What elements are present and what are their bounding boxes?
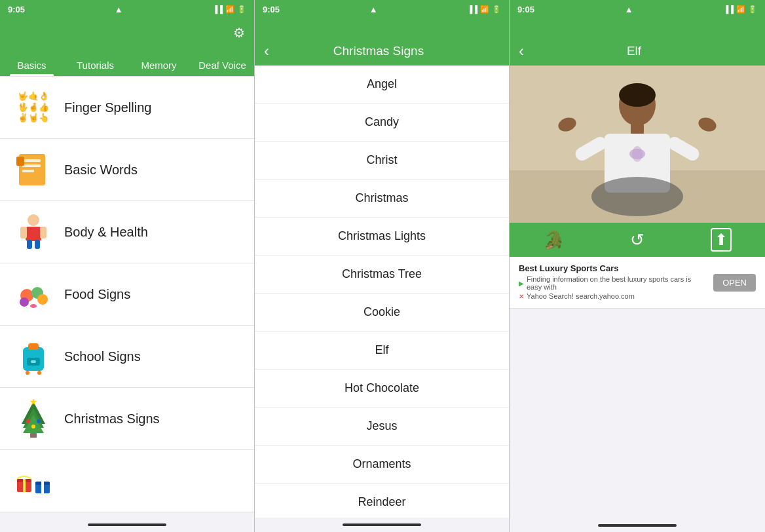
christmas-signs-label: Christmas Signs <box>64 411 160 427</box>
location-icon: ▲ <box>115 5 123 14</box>
play-icon[interactable]: 🐊 <box>543 230 564 250</box>
list-item[interactable]: Christmas Tree <box>255 256 509 294</box>
menu-item-christmas-signs[interactable]: Christmas Signs <box>0 388 254 450</box>
signal-icon-2: ▐▐ <box>467 5 477 13</box>
menu-item-school-signs[interactable]: School Signs <box>0 326 254 388</box>
svg-rect-8 <box>40 227 47 238</box>
svg-rect-26 <box>30 433 37 438</box>
svg-rect-1 <box>22 159 41 162</box>
back-button-2[interactable]: ‹ <box>264 42 269 60</box>
home-bar-2 <box>343 523 421 526</box>
svg-rect-9 <box>27 240 32 249</box>
svg-rect-3 <box>22 170 34 172</box>
status-bar-2: 9:05 ▲ ▐▐ 📶 🔋 <box>255 0 509 18</box>
ad-line-1: ▶ Finding information on the best luxury… <box>519 275 707 291</box>
open-button[interactable]: OPEN <box>713 274 756 292</box>
tab-basics[interactable]: Basics <box>0 60 64 76</box>
phone-2: 9:05 ▲ ▐▐ 📶 🔋 ‹ Christmas Signs Angel Ca… <box>255 0 510 532</box>
svg-point-5 <box>28 214 39 226</box>
triangle-icon: ▶ <box>519 280 524 287</box>
location-icon-2: ▲ <box>369 5 378 14</box>
svg-rect-20 <box>31 360 36 363</box>
ad-banner: Best Luxury Sports Cars ▶ Finding inform… <box>510 257 765 309</box>
list-item[interactable]: Jesus <box>255 408 509 446</box>
svg-rect-18 <box>28 343 39 350</box>
svg-rect-36 <box>41 482 44 493</box>
christmas-signs-icon <box>10 396 56 442</box>
school-signs-icon <box>10 333 56 379</box>
share-icon[interactable]: ⬆ <box>711 228 732 252</box>
signal-icon: ▐▐ <box>212 5 223 13</box>
list-item[interactable]: Ornaments <box>255 446 509 484</box>
menu-item-finger-spelling[interactable]: 🤟🤙👌🖖🤞👍✌️🤘👆 Finger Spelling <box>0 76 254 139</box>
menu-item-food-signs[interactable]: Food Signs <box>0 263 254 326</box>
wifi-icon-3: 📶 <box>736 5 745 14</box>
battery-icon: 🔋 <box>237 5 246 14</box>
ad-line-2-text: Yahoo Search! search.yahoo.com <box>527 292 635 300</box>
battery-icon-2: 🔋 <box>492 5 501 14</box>
x-icon: ✕ <box>519 293 524 300</box>
svg-point-49 <box>591 177 683 216</box>
svg-rect-10 <box>35 240 40 249</box>
menu-item-more[interactable] <box>0 450 254 512</box>
status-icons-3: ▐▐ 📶 🔋 <box>723 5 757 14</box>
nav-bar-3: ‹ Elf <box>510 18 765 66</box>
status-icons-2: ▐▐ 📶 🔋 <box>467 5 501 14</box>
svg-point-29 <box>37 419 41 423</box>
list-item[interactable]: Elf <box>255 332 509 370</box>
list-item[interactable]: Hot Chocolate <box>255 370 509 408</box>
phone-3: 9:05 ▲ ▐▐ 📶 🔋 ‹ Elf <box>510 0 765 532</box>
menu-item-body-health[interactable]: Body & Health <box>0 201 254 263</box>
list-item[interactable]: Cookie <box>255 294 509 332</box>
tab-memory[interactable]: Memory <box>127 60 191 76</box>
refresh-icon[interactable]: ↺ <box>630 230 644 250</box>
basic-words-icon <box>10 147 56 193</box>
ad-content: Best Luxury Sports Cars ▶ Finding inform… <box>519 263 707 301</box>
status-icons-1: ▐▐ 📶 🔋 <box>212 5 246 14</box>
svg-rect-41 <box>631 123 644 135</box>
svg-point-30 <box>31 425 35 428</box>
nav-title-2: Christmas Signs <box>277 44 480 58</box>
time-3: 9:05 <box>517 5 534 14</box>
ad-line-2: ✕ Yahoo Search! search.yahoo.com <box>519 292 707 300</box>
wifi-icon: 📶 <box>225 5 234 14</box>
svg-point-48 <box>632 146 643 162</box>
list-item[interactable]: Reindeer <box>255 484 509 518</box>
svg-point-15 <box>30 304 37 308</box>
menu-item-basic-words[interactable]: Basic Words <box>0 139 254 201</box>
video-player[interactable] <box>510 66 765 223</box>
list-item[interactable]: Christmas <box>255 180 509 218</box>
location-icon-3: ▲ <box>625 5 633 14</box>
time-1: 9:05 <box>8 5 25 14</box>
list-item[interactable]: Angel <box>255 66 509 104</box>
tab-tutorials[interactable]: Tutorials <box>64 60 127 76</box>
sign-list: Angel Candy Christ Christmas Christmas L… <box>255 66 509 518</box>
finger-spelling-icon: 🤟🤙👌🖖🤞👍✌️🤘👆 <box>10 85 56 130</box>
more-icon <box>10 458 56 504</box>
basic-words-label: Basic Words <box>64 162 138 178</box>
tab-deaf-voice[interactable]: Deaf Voice <box>191 60 254 76</box>
home-indicator-1 <box>0 518 254 532</box>
list-item[interactable]: Christmas Lights <box>255 218 509 256</box>
ad-line-1-text: Finding information on the best luxury s… <box>527 275 707 291</box>
nav-bar-1: ⚙ <box>0 18 254 47</box>
menu-list: 🤟🤙👌🖖🤞👍✌️🤘👆 Finger Spelling Basic Words <box>0 76 254 518</box>
svg-point-28 <box>26 419 30 423</box>
time-2: 9:05 <box>263 5 280 14</box>
back-button-3[interactable]: ‹ <box>519 42 524 60</box>
gear-icon[interactable]: ⚙ <box>233 25 245 41</box>
svg-point-14 <box>20 297 29 307</box>
school-signs-label: School Signs <box>64 349 141 364</box>
home-indicator-3 <box>510 309 765 532</box>
svg-rect-7 <box>20 227 27 238</box>
wifi-icon-2: 📶 <box>480 5 489 14</box>
list-item[interactable]: Christ <box>255 142 509 180</box>
signal-icon-3: ▐▐ <box>723 5 734 13</box>
ad-title: Best Luxury Sports Cars <box>519 263 707 273</box>
svg-rect-2 <box>22 164 41 167</box>
home-indicator-2 <box>255 518 509 532</box>
svg-rect-4 <box>16 157 24 166</box>
body-health-icon <box>10 209 56 255</box>
toolbar-3: 🐊 ↺ ⬆ <box>510 223 765 257</box>
list-item[interactable]: Candy <box>255 104 509 142</box>
